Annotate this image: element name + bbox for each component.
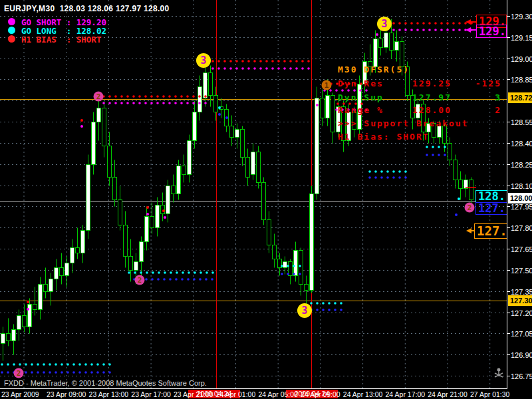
dfsr-h1-bias-row: H1 Bias: SHORT bbox=[338, 132, 501, 142]
price-axis-label: 127.95 bbox=[511, 203, 532, 211]
label-arrow-icon bbox=[466, 19, 476, 25]
candle-body bbox=[390, 33, 394, 51]
price-tick bbox=[507, 249, 510, 249]
candle-body bbox=[454, 160, 458, 180]
candle-body bbox=[315, 98, 319, 194]
candle-body bbox=[86, 165, 90, 231]
svg-text:1: 1 bbox=[325, 81, 329, 90]
svg-text:3: 3 bbox=[200, 55, 206, 66]
price-tick bbox=[507, 122, 510, 122]
candle-body bbox=[70, 248, 74, 263]
svg-text:3: 3 bbox=[301, 305, 307, 317]
candle-body bbox=[246, 158, 250, 178]
price-tick bbox=[507, 227, 510, 228]
time-axis-label: 27 Apr 01:30 bbox=[464, 390, 517, 398]
candle-body bbox=[134, 262, 138, 271]
candle-body bbox=[65, 263, 69, 276]
price-tick bbox=[507, 333, 510, 334]
price-tick bbox=[507, 376, 510, 376]
chart-shift-marker-icon[interactable] bbox=[495, 368, 503, 378]
candle-body bbox=[209, 73, 213, 96]
candle-body bbox=[262, 183, 266, 220]
candle-body bbox=[33, 305, 37, 310]
svg-text:3: 3 bbox=[381, 18, 387, 30]
signal-dot bbox=[458, 198, 460, 200]
candle-body bbox=[108, 146, 112, 178]
candle-body bbox=[156, 205, 160, 228]
price-tick bbox=[507, 186, 510, 186]
candle-body bbox=[1, 334, 5, 344]
candle-body bbox=[395, 42, 399, 51]
dfsr-dyn-res-row: Dyn Res129.25-125 bbox=[338, 78, 501, 88]
price-axis-label: 129.00 bbox=[511, 55, 532, 63]
candle-body bbox=[230, 126, 234, 138]
label-arrow-icon bbox=[466, 27, 476, 33]
candle-body bbox=[44, 285, 48, 292]
support-price-box: 127. bbox=[475, 202, 507, 215]
candle-body bbox=[326, 96, 330, 118]
candle-body bbox=[283, 262, 287, 268]
price-tick bbox=[507, 313, 510, 313]
price-tick bbox=[507, 354, 510, 355]
price-axis-label: 128.85 bbox=[511, 76, 532, 84]
candle-body bbox=[214, 96, 218, 112]
candle-body bbox=[150, 217, 154, 228]
signal-dot bbox=[225, 116, 228, 119]
signal-dot bbox=[27, 308, 29, 311]
dfsr-extra: 2 bbox=[338, 105, 501, 115]
candle-body bbox=[113, 178, 117, 200]
price-tick bbox=[507, 16, 510, 17]
price-axis[interactable]: 128.72 128.00 127.30 129.30129.15129.001… bbox=[507, 0, 532, 399]
candle-body bbox=[118, 200, 122, 225]
candle-body bbox=[182, 166, 186, 175]
signal-dot bbox=[162, 209, 165, 212]
candle-body bbox=[188, 141, 192, 175]
price-tick bbox=[507, 143, 510, 144]
candle-body bbox=[294, 251, 298, 276]
price-tick bbox=[507, 59, 510, 59]
signal-dot bbox=[376, 33, 378, 36]
symbol-title: EURJPY,M30 128.03 128.06 127.97 128.00 bbox=[4, 4, 170, 13]
price-tag-127.30: 127.30 bbox=[508, 295, 532, 306]
dfsr-extra: -125 bbox=[338, 78, 501, 88]
candle-body bbox=[28, 305, 32, 327]
signal-dot bbox=[316, 104, 319, 106]
dfsr-title: M30 DFSR(5) bbox=[338, 65, 501, 74]
pattern-marker-2: 2 bbox=[94, 92, 104, 102]
price-tick bbox=[507, 37, 510, 38]
candle-body bbox=[60, 268, 64, 276]
price-tag-128.72: 128.72 bbox=[508, 92, 532, 103]
price-axis-label: 128.40 bbox=[511, 140, 532, 148]
candle-body bbox=[140, 242, 144, 262]
pattern-marker-2: 2 bbox=[465, 203, 475, 213]
price-axis-label: 126.75 bbox=[511, 372, 532, 380]
dfsr-range-row: Range %128.002 bbox=[338, 105, 501, 115]
price-axis-label: 127.65 bbox=[511, 245, 532, 253]
candle-body bbox=[331, 96, 335, 132]
pattern-marker-3: 3 bbox=[196, 53, 211, 68]
svg-text:2: 2 bbox=[96, 92, 101, 101]
candle-body bbox=[321, 98, 325, 118]
dfsr-dyn-sup-row: Dyn Sup127.973 bbox=[338, 92, 501, 102]
pattern-marker-1: 1 bbox=[322, 80, 332, 90]
candle-body bbox=[129, 257, 133, 271]
chart-surface[interactable]: 33322221 EURJPY,M30 128.03 128.06 127.97… bbox=[0, 0, 507, 388]
price-axis-label: 127.80 bbox=[511, 224, 532, 232]
price-axis-label: 127.20 bbox=[511, 309, 532, 317]
metatrader-chart-window: 33322221 EURJPY,M30 128.03 128.06 127.97… bbox=[0, 0, 532, 399]
dfsr-breakout-row: >>> Support Breakout bbox=[338, 118, 501, 128]
candle-body bbox=[17, 316, 21, 330]
signal-dot bbox=[80, 125, 83, 128]
candle-body bbox=[379, 39, 383, 48]
pending-level-price-box: 127. bbox=[474, 223, 507, 239]
candle-body bbox=[198, 87, 202, 112]
candle-body bbox=[203, 73, 207, 98]
price-axis-label: 127.35 bbox=[511, 288, 532, 296]
time-axis[interactable]: 2009.04.24 01:00 2009.04.24 10:00 23 Apr… bbox=[0, 389, 532, 399]
candle-body bbox=[39, 285, 43, 310]
candle-body bbox=[92, 122, 96, 165]
candle-body bbox=[161, 205, 165, 214]
signal-dot bbox=[146, 213, 149, 215]
candlestick-chart[interactable]: 33322221 bbox=[0, 0, 507, 388]
legend-h1-bias: H1 BIAS : SHORT bbox=[21, 35, 101, 45]
